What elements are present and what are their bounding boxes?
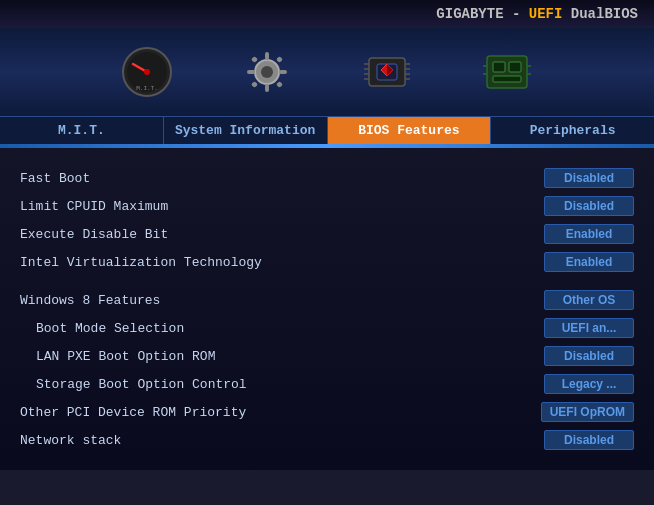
value-execute-disable[interactable]: Enabled: [544, 224, 634, 244]
header: GIGABYTE - UEFI DualBIOS: [0, 0, 654, 28]
gear-icon: [239, 44, 295, 100]
svg-rect-12: [251, 81, 258, 88]
svg-rect-6: [265, 52, 269, 60]
label-fast-boot: Fast Boot: [20, 171, 90, 186]
icon-mit[interactable]: M.I.T.: [87, 44, 207, 100]
svg-rect-28: [509, 62, 521, 72]
tab-peripherals[interactable]: Peripherals: [491, 117, 654, 144]
svg-rect-9: [279, 70, 287, 74]
row-limit-cpuid: Limit CPUID Maximum Disabled: [20, 192, 634, 220]
svg-rect-7: [265, 84, 269, 92]
tab-mit[interactable]: M.I.T.: [0, 117, 164, 144]
svg-rect-8: [247, 70, 255, 74]
value-intel-virt[interactable]: Enabled: [544, 252, 634, 272]
label-win8-features: Windows 8 Features: [20, 293, 160, 308]
row-lan-pxe: LAN PXE Boot Option ROM Disabled: [20, 342, 634, 370]
row-win8-features: Windows 8 Features Other OS: [20, 286, 634, 314]
svg-rect-10: [251, 56, 258, 63]
svg-rect-27: [493, 62, 505, 72]
icon-bar: M.I.T.: [0, 28, 654, 116]
label-lan-pxe: LAN PXE Boot Option ROM: [20, 349, 215, 364]
value-network-stack[interactable]: Disabled: [544, 430, 634, 450]
nav-bar: M.I.T. System Information BIOS Features …: [0, 116, 654, 144]
value-other-pci[interactable]: UEFI OpROM: [541, 402, 634, 422]
speedometer-icon: M.I.T.: [119, 44, 175, 100]
main-content: Fast Boot Disabled Limit CPUID Maximum D…: [0, 148, 654, 470]
tab-biosfeatures[interactable]: BIOS Features: [328, 117, 492, 144]
icon-peripherals[interactable]: [447, 44, 567, 100]
svg-point-5: [261, 66, 273, 78]
row-network-stack: Network stack Disabled: [20, 426, 634, 454]
value-limit-cpuid[interactable]: Disabled: [544, 196, 634, 216]
label-other-pci: Other PCI Device ROM Priority: [20, 405, 246, 420]
label-execute-disable: Execute Disable Bit: [20, 227, 168, 242]
label-intel-virt: Intel Virtualization Technology: [20, 255, 262, 270]
icon-sysinfo[interactable]: [207, 44, 327, 100]
row-execute-disable: Execute Disable Bit Enabled: [20, 220, 634, 248]
header-title: GIGABYTE - UEFI DualBIOS: [436, 6, 638, 22]
tab-sysinfo[interactable]: System Information: [164, 117, 328, 144]
row-storage-boot: Storage Boot Option Control Legacy ...: [20, 370, 634, 398]
uefi-label: UEFI: [529, 6, 563, 22]
label-limit-cpuid: Limit CPUID Maximum: [20, 199, 168, 214]
svg-text:M.I.T.: M.I.T.: [136, 85, 158, 92]
value-fast-boot[interactable]: Disabled: [544, 168, 634, 188]
dualbios-label: DualBIOS: [562, 6, 638, 22]
value-lan-pxe[interactable]: Disabled: [544, 346, 634, 366]
row-fast-boot: Fast Boot Disabled: [20, 164, 634, 192]
icon-biosfeatures[interactable]: [327, 44, 447, 100]
value-boot-mode[interactable]: UEFI an...: [544, 318, 634, 338]
spacer1: [20, 276, 634, 286]
row-other-pci: Other PCI Device ROM Priority UEFI OpROM: [20, 398, 634, 426]
row-boot-mode: Boot Mode Selection UEFI an...: [20, 314, 634, 342]
peripherals-icon: [479, 44, 535, 100]
svg-point-2: [144, 69, 150, 75]
bios-chip-icon: [359, 44, 415, 100]
value-storage-boot[interactable]: Legacy ...: [544, 374, 634, 394]
row-intel-virt: Intel Virtualization Technology Enabled: [20, 248, 634, 276]
svg-rect-29: [493, 76, 521, 82]
svg-rect-11: [276, 56, 283, 63]
svg-rect-13: [276, 81, 283, 88]
label-boot-mode: Boot Mode Selection: [20, 321, 184, 336]
brand-name: GIGABYTE: [436, 6, 503, 22]
label-network-stack: Network stack: [20, 433, 121, 448]
label-storage-boot: Storage Boot Option Control: [20, 377, 247, 392]
value-win8-features[interactable]: Other OS: [544, 290, 634, 310]
